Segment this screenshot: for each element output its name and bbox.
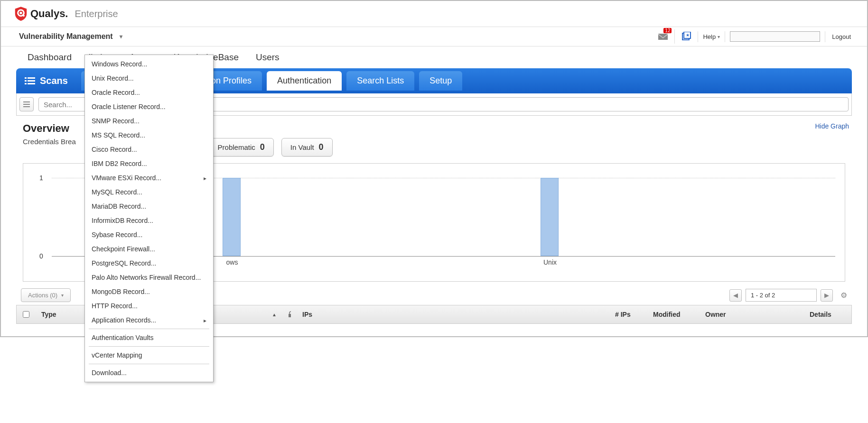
- menu-item[interactable]: Oracle Record...: [85, 85, 213, 100]
- menu-item[interactable]: Application Records...: [85, 313, 213, 327]
- chart-category: ows: [226, 258, 238, 266]
- menu-item[interactable]: Sybase Record...: [85, 228, 213, 242]
- col-lock[interactable]: [282, 311, 297, 318]
- menu-item[interactable]: Oracle Listener Record...: [85, 100, 213, 114]
- list-icon: [23, 101, 30, 107]
- menu-item[interactable]: Windows Record...: [85, 57, 213, 71]
- y-tick: 1: [39, 174, 43, 182]
- list-view-button[interactable]: [19, 97, 34, 111]
- tab-setup[interactable]: Setup: [419, 71, 462, 91]
- col-modified[interactable]: Modified: [647, 311, 700, 318]
- logo: Qualys. Enterprise: [14, 6, 118, 21]
- svg-rect-15: [23, 106, 30, 107]
- svg-text:★: ★: [686, 33, 690, 37]
- brand-bar: Qualys. Enterprise: [1, 1, 867, 27]
- svg-point-2: [19, 12, 22, 14]
- help-menu[interactable]: Help ▾: [698, 31, 725, 42]
- menu-item[interactable]: MS SQL Record...: [85, 128, 213, 142]
- pager-range[interactable]: 1 - 2 of 2: [746, 289, 817, 302]
- col-details[interactable]: Details: [804, 311, 851, 318]
- svg-rect-8: [28, 77, 35, 79]
- nav-item[interactable]: Users: [256, 52, 280, 63]
- top-search-input[interactable]: [730, 31, 820, 42]
- menu-item[interactable]: Authentication Vaults: [85, 331, 213, 337]
- menu-item[interactable]: MySQL Record...: [85, 185, 213, 199]
- pager-prev[interactable]: ◀: [729, 289, 742, 302]
- overview-subtitle: Credentials Brea: [23, 138, 76, 146]
- notifications-icon[interactable]: 12: [656, 30, 670, 43]
- menu-item[interactable]: MariaDB Record...: [85, 199, 213, 213]
- logout-link[interactable]: Logout: [825, 31, 858, 42]
- select-all-checkbox[interactable]: [23, 311, 29, 318]
- chevron-down-icon: ▾: [61, 293, 64, 298]
- brand-edition: Enterprise: [75, 9, 118, 19]
- menu-item[interactable]: Cisco Record...: [85, 142, 213, 156]
- overview-title: Overview: [23, 122, 76, 135]
- chevron-down-icon: ▾: [120, 33, 122, 40]
- menu-item[interactable]: Unix Record...: [85, 71, 213, 85]
- hide-graph-link[interactable]: Hide Graph: [815, 122, 849, 130]
- col-ips[interactable]: IPs: [297, 311, 609, 318]
- svg-rect-9: [25, 80, 27, 82]
- svg-rect-11: [25, 83, 27, 84]
- svg-rect-10: [28, 80, 35, 82]
- notification-badge: 12: [663, 28, 672, 33]
- scans-section[interactable]: Scans: [22, 73, 76, 89]
- qualys-shield-icon: [14, 6, 28, 21]
- list-icon: [25, 77, 35, 85]
- chart-category: Unix: [543, 258, 557, 266]
- nav-item[interactable]: Dashboard: [28, 52, 72, 63]
- menu-item[interactable]: PostgreSQL Record...: [85, 256, 213, 270]
- svg-rect-7: [25, 77, 27, 79]
- chart-bar[interactable]: [223, 178, 241, 256]
- filter-problematic[interactable]: Problematic0: [209, 138, 274, 156]
- menu-item[interactable]: Checkpoint Firewall...: [85, 242, 213, 256]
- svg-rect-14: [23, 104, 30, 105]
- lock-icon: [288, 311, 291, 318]
- apps-icon[interactable]: ★: [680, 30, 693, 43]
- tab-search-lists[interactable]: Search Lists: [346, 71, 414, 91]
- svg-rect-16: [289, 314, 291, 317]
- chevron-down-icon: ▾: [718, 34, 720, 39]
- module-bar: Vulnerability Management ▾ 12 ★ Help ▾ L…: [1, 27, 867, 46]
- actions-dropdown[interactable]: Actions (0) ▾: [21, 288, 71, 302]
- y-tick: 0: [39, 252, 43, 260]
- new-record-menu: Windows Record...Unix Record...Oracle Re…: [84, 55, 214, 337]
- module-name: Vulnerability Management: [19, 32, 113, 41]
- menu-item[interactable]: VMware ESXi Record...: [85, 171, 213, 185]
- menu-item[interactable]: Palo Alto Networks Firewall Record...: [85, 270, 213, 285]
- menu-item[interactable]: IBM DB2 Record...: [85, 156, 213, 171]
- menu-item[interactable]: InformixDB Record...: [85, 213, 213, 228]
- pager-next[interactable]: ▶: [821, 289, 833, 302]
- chart-bar[interactable]: [541, 178, 559, 256]
- svg-rect-12: [28, 83, 35, 84]
- col-num-ips[interactable]: # IPs: [609, 311, 647, 318]
- brand-name: Qualys.: [30, 8, 68, 20]
- gear-icon[interactable]: ⚙: [840, 291, 847, 300]
- menu-item[interactable]: MongoDB Record...: [85, 285, 213, 299]
- submenu-arrow-icon: [204, 174, 206, 182]
- menu-item[interactable]: HTTP Record...: [85, 299, 213, 313]
- submenu-arrow-icon: [204, 316, 206, 324]
- tab-authentication[interactable]: Authentication: [267, 71, 342, 91]
- module-selector[interactable]: Vulnerability Management ▾: [10, 32, 131, 41]
- filter-in-vault[interactable]: In Vault0: [281, 138, 333, 156]
- svg-rect-13: [23, 101, 30, 102]
- menu-item[interactable]: SNMP Record...: [85, 114, 213, 128]
- col-owner[interactable]: Owner: [700, 311, 804, 318]
- sort-asc-icon: ▲: [272, 312, 277, 317]
